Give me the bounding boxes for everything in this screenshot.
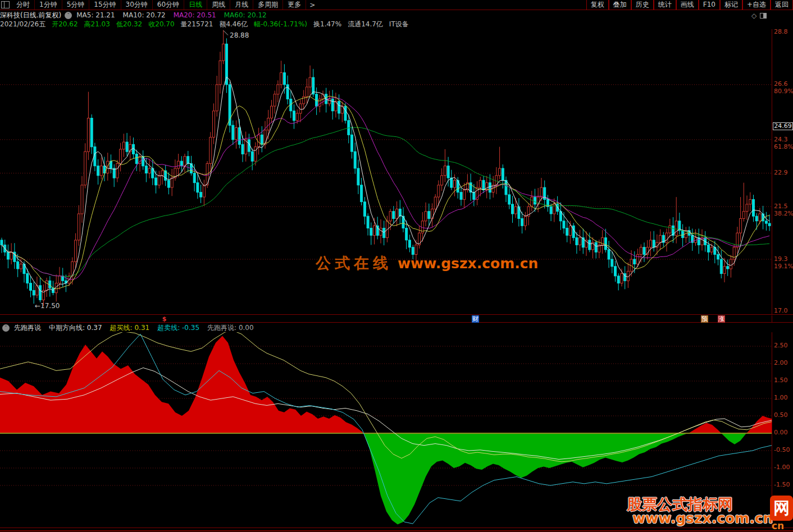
ma-values: MA5: 21.21MA10: 20.72MA20: 20.51MA60: 20… bbox=[76, 11, 275, 19]
period-item-5分钟[interactable]: 5分钟 bbox=[62, 0, 90, 10]
toolbar-button-叠加[interactable]: 叠加 bbox=[609, 0, 631, 10]
period-menu: 分时1分钟5分钟15分钟30分钟60分钟日线周线月线多周期更多 bbox=[12, 0, 306, 10]
indicator-header: ˅ 先跑再说中期方向线: 0.37超买线: 0.31超卖线: -0.35先跑再说… bbox=[0, 324, 772, 332]
price-axis-label: 26.6 bbox=[774, 81, 788, 88]
collapse-chevron-icon[interactable]: ˅ bbox=[65, 12, 72, 19]
quote-field-3: 低20.32 bbox=[116, 20, 142, 29]
ma-label-3: MA60: 20.12 bbox=[224, 11, 267, 19]
quote-field-1: 开20.62 bbox=[52, 20, 78, 29]
indicator-axis-label: -0.50 bbox=[774, 447, 790, 453]
quote-field-5: 量215721 bbox=[181, 20, 213, 29]
event-marker-预[interactable]: 预 bbox=[701, 315, 708, 323]
indicator-axis-label: 1.50 bbox=[774, 377, 788, 384]
event-marker-$[interactable]: $ bbox=[161, 315, 168, 323]
indicator-axis-label: -1.50 bbox=[774, 481, 790, 488]
period-item-30分钟[interactable]: 30分钟 bbox=[121, 0, 153, 10]
quote-field-6: 额4.46亿 bbox=[219, 20, 248, 29]
window-split-icon[interactable] bbox=[1, 1, 10, 8]
watermark-text: 公式在线 bbox=[316, 254, 392, 272]
site-logo-cn: cn bbox=[772, 520, 784, 531]
chart-title-bar: 深科技(日线.前复权) ˅ MA5: 21.21MA10: 20.72MA20:… bbox=[0, 11, 772, 20]
period-item-周线[interactable]: 周线 bbox=[207, 0, 230, 10]
indicator-value-2: 超买线: 0.31 bbox=[110, 323, 150, 333]
site-logo-icon: 网 bbox=[770, 496, 793, 521]
indicator-axis-label: 2.00 bbox=[774, 360, 788, 366]
event-marker-财[interactable]: 财 bbox=[472, 315, 479, 323]
right-toolbar: 复权叠加历史统计画线F10标记+自选返回 bbox=[586, 0, 793, 10]
indicator-axis-label: 2.50 bbox=[774, 342, 788, 349]
toolbar-button-复权[interactable]: 复权 bbox=[586, 0, 609, 10]
indicator-axis-label: 0.00 bbox=[774, 429, 788, 436]
main-price-axis: 28.826.680.9%24.361.8%22.921.538.2%19.31… bbox=[772, 29, 793, 315]
price-axis-label: 21.5 bbox=[774, 203, 788, 210]
period-item-1分钟[interactable]: 1分钟 bbox=[35, 0, 62, 10]
price-axis-label: 19.3 bbox=[774, 256, 788, 263]
period-item-15分钟[interactable]: 15分钟 bbox=[89, 0, 121, 10]
price-axis-label: 24.3 bbox=[774, 136, 788, 143]
period-item-更多[interactable]: 更多 bbox=[283, 0, 306, 10]
period-item-分时[interactable]: 分时 bbox=[12, 0, 35, 10]
price-axis-label: 22.9 bbox=[774, 169, 788, 176]
watermark-url: www.gszx.com.cn bbox=[398, 255, 538, 272]
period-item-多周期[interactable]: 多周期 bbox=[253, 0, 283, 10]
ma-label-1: MA10: 20.72 bbox=[123, 11, 166, 19]
quote-field-9: 流通14.7亿 bbox=[348, 20, 383, 29]
period-menubar: 分时1分钟5分钟15分钟30分钟60分钟日线周线月线多周期更多 > 复权叠加历史… bbox=[0, 0, 793, 10]
quote-info-bar: 2021/02/26五开20.62高21.03低20.32收20.70量2157… bbox=[0, 20, 793, 29]
price-axis-label: 19.1% bbox=[774, 263, 793, 270]
trading-app-window: 分时1分钟5分钟15分钟30分钟60分钟日线周线月线多周期更多 > 复权叠加历史… bbox=[0, 0, 793, 532]
toolbar-button-历史[interactable]: 历史 bbox=[631, 0, 654, 10]
period-item-月线[interactable]: 月线 bbox=[230, 0, 253, 10]
quote-field-4: 收20.70 bbox=[148, 20, 174, 29]
diamond-icon[interactable]: ◇ bbox=[751, 12, 756, 20]
symbol-title: 深科技(日线.前复权) bbox=[0, 11, 61, 20]
price-marker-box: 24.69 bbox=[773, 122, 793, 130]
quote-field-10: IT设备 bbox=[389, 20, 409, 29]
toolbar-button-返回[interactable]: 返回 bbox=[771, 0, 793, 10]
toolbar-button-画线[interactable]: 画线 bbox=[676, 0, 699, 10]
quote-field-0: 2021/02/26五 bbox=[0, 20, 45, 29]
more-arrow-icon[interactable]: > bbox=[306, 1, 318, 9]
center-watermark: 公式在线www.gszx.com.cn bbox=[316, 253, 538, 273]
toolbar-button-F10[interactable]: F10 bbox=[699, 0, 720, 10]
toolbar-button-标记[interactable]: 标记 bbox=[720, 0, 742, 10]
price-axis-label: 80.9% bbox=[774, 88, 793, 95]
price-axis-label: 38.2% bbox=[774, 210, 793, 217]
indicator-values: 先跑再说中期方向线: 0.37超买线: 0.31超卖线: -0.35先跑再说: … bbox=[14, 323, 262, 333]
time-axis: $财预涨 bbox=[0, 315, 772, 323]
ma-label-0: MA5: 21.21 bbox=[76, 11, 115, 19]
quote-field-8: 换1.47% bbox=[313, 20, 341, 29]
footer-watermark-url: www.gszx.com.cn bbox=[632, 510, 773, 526]
toolbar-button-统计[interactable]: 统计 bbox=[654, 0, 676, 10]
event-marker-涨[interactable]: 涨 bbox=[718, 315, 725, 323]
indicator-collapse-icon[interactable]: ˅ bbox=[2, 324, 10, 332]
indicator-axis-label: -1.00 bbox=[774, 464, 790, 471]
quote-field-2: 高21.03 bbox=[84, 20, 110, 29]
indicator-value-3: 超卖线: -0.35 bbox=[157, 323, 199, 333]
toolbar-button-+自选[interactable]: +自选 bbox=[742, 0, 771, 10]
price-axis-label: 28.8 bbox=[774, 29, 788, 35]
ma-label-2: MA20: 20.51 bbox=[174, 11, 216, 19]
indicator-axis-label: 1.00 bbox=[774, 395, 788, 401]
price-axis-label: 61.8% bbox=[774, 144, 793, 150]
indicator-value-1: 中期方向线: 0.37 bbox=[49, 323, 102, 333]
layout-split-icon[interactable] bbox=[760, 13, 767, 19]
indicator-value-0: 先跑再说 bbox=[14, 323, 41, 333]
period-item-日线[interactable]: 日线 bbox=[184, 0, 207, 10]
price-axis-label: 17.0 bbox=[774, 308, 788, 314]
indicator-axis-label: 0.50 bbox=[774, 412, 788, 419]
time-axis-corner bbox=[772, 315, 793, 323]
svg-text:28.88: 28.88 bbox=[230, 31, 249, 39]
indicator-value-4: 先跑再说: 0.00 bbox=[207, 323, 254, 333]
bottom-border bbox=[0, 530, 793, 531]
quote-field-7: 幅-0.36(-1.71%) bbox=[254, 20, 307, 29]
period-item-60分钟[interactable]: 60分钟 bbox=[153, 0, 184, 10]
svg-text:←17.50: ←17.50 bbox=[35, 302, 60, 310]
